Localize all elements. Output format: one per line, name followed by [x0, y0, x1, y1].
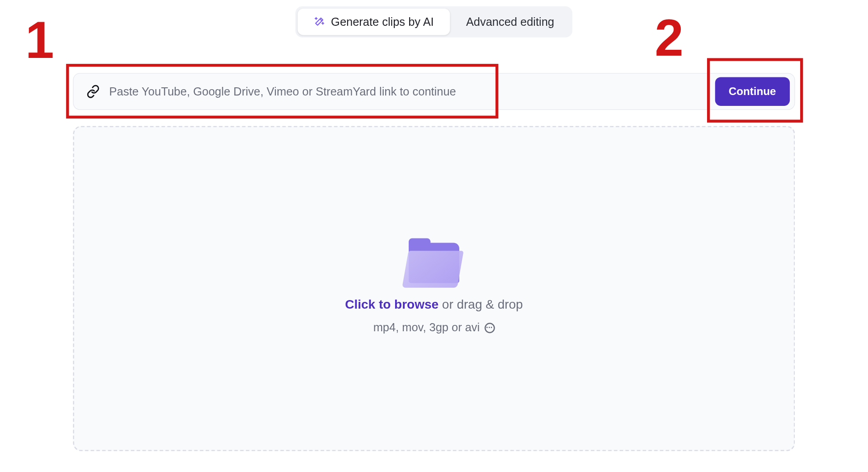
- formats-label: mp4, mov, 3gp or avi: [373, 321, 480, 334]
- folder-icon: [405, 243, 462, 288]
- tab-generate-label: Generate clips by AI: [331, 15, 434, 29]
- dropzone-formats-text: mp4, mov, 3gp or avi •••: [373, 321, 495, 334]
- annotation-number-1: 1: [25, 14, 54, 66]
- link-icon: [85, 83, 101, 100]
- video-url-input[interactable]: [109, 80, 707, 103]
- tab-generate-clips[interactable]: Generate clips by AI: [297, 9, 450, 35]
- drag-suffix: or drag & drop: [439, 297, 523, 311]
- annotation-number-2: 2: [655, 12, 684, 64]
- tab-advanced-label: Advanced editing: [466, 15, 554, 29]
- info-icon[interactable]: •••: [484, 323, 495, 333]
- mode-tabs: Generate clips by AI Advanced editing: [295, 6, 572, 38]
- page-root: Generate clips by AI Advanced editing Co…: [0, 0, 868, 454]
- continue-button[interactable]: Continue: [715, 77, 790, 106]
- tab-advanced-editing[interactable]: Advanced editing: [450, 9, 570, 35]
- url-input-row: Continue: [73, 73, 795, 110]
- magic-wand-icon: [314, 16, 325, 28]
- file-dropzone[interactable]: Click to browse or drag & drop mp4, mov,…: [73, 126, 795, 451]
- browse-link[interactable]: Click to browse: [345, 297, 439, 311]
- dropzone-primary-text: Click to browse or drag & drop: [345, 297, 523, 312]
